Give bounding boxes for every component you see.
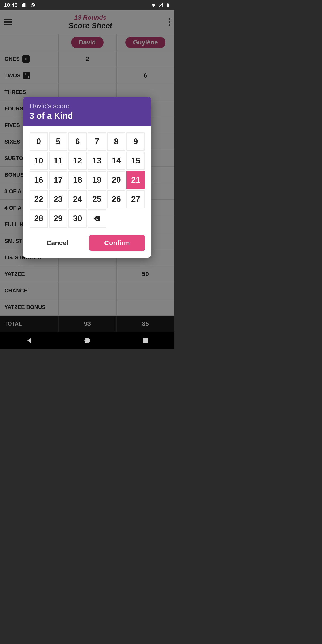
keypad-key[interactable]: 22 bbox=[30, 190, 48, 208]
keypad-key[interactable]: 5 bbox=[49, 132, 68, 151]
keypad-key[interactable]: 8 bbox=[107, 132, 126, 151]
status-bar: 10:48 bbox=[0, 0, 174, 10]
empty-cell bbox=[126, 209, 145, 228]
battery-icon bbox=[166, 3, 170, 8]
keypad-key[interactable]: 15 bbox=[126, 152, 145, 170]
back-button[interactable] bbox=[25, 337, 33, 344]
keypad-key[interactable]: 7 bbox=[88, 132, 106, 151]
sd-card-icon bbox=[22, 3, 26, 8]
svg-rect-3 bbox=[168, 3, 168, 3]
dialog-actions: Cancel Confirm bbox=[23, 234, 151, 258]
keypad-key[interactable]: 11 bbox=[49, 152, 68, 170]
clock: 10:48 bbox=[4, 2, 18, 8]
dnd-icon bbox=[30, 3, 35, 8]
keypad-key[interactable]: 16 bbox=[30, 171, 48, 189]
keypad-key[interactable]: 10 bbox=[30, 152, 48, 170]
keypad-key[interactable]: 13 bbox=[88, 152, 106, 170]
keypad-key[interactable]: 12 bbox=[68, 152, 87, 170]
signal-icon bbox=[158, 3, 163, 8]
keypad-key[interactable]: 28 bbox=[30, 209, 48, 228]
keypad-key[interactable]: 27 bbox=[126, 190, 145, 208]
backspace-key[interactable] bbox=[88, 209, 106, 228]
wifi-icon bbox=[151, 3, 156, 8]
keypad-key[interactable]: 24 bbox=[68, 190, 87, 208]
score-entry-dialog: David's score 3 of a Kind 05678910111213… bbox=[23, 97, 151, 258]
system-nav-bar bbox=[0, 332, 174, 349]
keypad-key[interactable]: 19 bbox=[88, 171, 106, 189]
keypad-key[interactable]: 6 bbox=[68, 132, 87, 151]
dialog-header: David's score 3 of a Kind bbox=[23, 97, 151, 126]
svg-line-1 bbox=[32, 4, 34, 6]
recent-apps-button[interactable] bbox=[142, 337, 149, 344]
dialog-title: 3 of a Kind bbox=[30, 111, 145, 121]
keypad-key[interactable]: 14 bbox=[107, 152, 126, 170]
keypad-key[interactable]: 23 bbox=[49, 190, 68, 208]
keypad-key[interactable]: 9 bbox=[126, 132, 145, 151]
dialog-subtitle: David's score bbox=[30, 102, 145, 110]
empty-cell bbox=[107, 209, 126, 228]
keypad-key[interactable]: 25 bbox=[88, 190, 106, 208]
keypad-key[interactable]: 20 bbox=[107, 171, 126, 189]
svg-rect-2 bbox=[167, 3, 169, 7]
keypad-key[interactable]: 21 bbox=[126, 171, 145, 189]
keypad-key[interactable]: 30 bbox=[68, 209, 87, 228]
svg-point-4 bbox=[84, 338, 90, 344]
confirm-button[interactable]: Confirm bbox=[89, 235, 145, 251]
app-content: 13 Rounds Score Sheet David Guylène ONES… bbox=[0, 10, 174, 332]
keypad: 0567891011121314151617181920212223242526… bbox=[23, 126, 151, 234]
keypad-key[interactable]: 26 bbox=[107, 190, 126, 208]
home-button[interactable] bbox=[84, 337, 91, 344]
keypad-key[interactable]: 18 bbox=[68, 171, 87, 189]
keypad-key[interactable]: 17 bbox=[49, 171, 68, 189]
keypad-key[interactable]: 29 bbox=[49, 209, 68, 228]
cancel-button[interactable]: Cancel bbox=[30, 235, 85, 251]
keypad-key[interactable]: 0 bbox=[30, 132, 48, 151]
svg-rect-5 bbox=[143, 338, 148, 343]
